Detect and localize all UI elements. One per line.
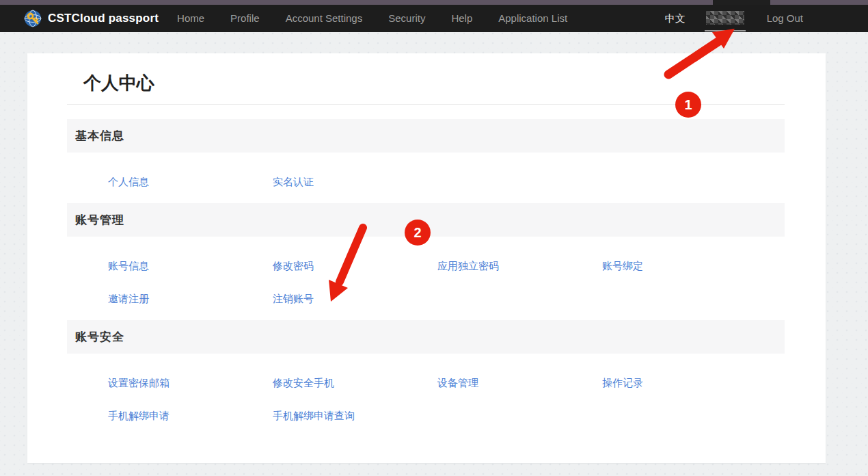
nav-item-profile[interactable]: Profile xyxy=(217,5,273,32)
link-change-password[interactable]: 修改密码 xyxy=(273,259,437,273)
username-blurred[interactable] xyxy=(706,11,744,25)
link-app-independent-password[interactable]: 应用独立密码 xyxy=(437,259,602,273)
nav-item-application-list[interactable]: Application List xyxy=(485,5,580,32)
cstcloud-logo-icon xyxy=(24,10,42,27)
link-account-binding[interactable]: 账号绑定 xyxy=(602,259,767,273)
link-personal-info[interactable]: 个人信息 xyxy=(108,175,273,189)
nav-item-account-settings[interactable]: Account Settings xyxy=(273,5,376,32)
top-navbar: CSTCloud passport Home Profile Account S… xyxy=(0,5,868,32)
page-title: 个人中心 xyxy=(83,71,785,94)
link-invite-register[interactable]: 邀请注册 xyxy=(108,292,273,306)
brand-title: CSTCloud passport xyxy=(48,12,159,25)
logout-button[interactable]: Log Out xyxy=(754,5,816,32)
link-change-security-phone[interactable]: 修改安全手机 xyxy=(273,376,437,390)
links-row: 账号信息 修改密码 应用独立密码 账号绑定 xyxy=(67,259,785,273)
user-menu-underline xyxy=(705,30,746,31)
link-delete-account[interactable]: 注销账号 xyxy=(273,292,437,306)
links-row: 设置密保邮箱 修改安全手机 设备管理 操作记录 xyxy=(67,376,785,390)
link-realname-auth[interactable]: 实名认证 xyxy=(273,175,437,189)
link-operation-log[interactable]: 操作记录 xyxy=(602,376,767,390)
nav-menu: Home Profile Account Settings Security H… xyxy=(164,5,580,32)
link-device-management[interactable]: 设备管理 xyxy=(437,376,602,390)
user-menu[interactable] xyxy=(706,11,744,26)
section-header-account-security: 账号安全 xyxy=(67,320,785,354)
link-set-recovery-email[interactable]: 设置密保邮箱 xyxy=(108,376,273,390)
links-row: 邀请注册 注销账号 xyxy=(67,292,785,306)
title-divider xyxy=(67,104,785,105)
nav-item-security[interactable]: Security xyxy=(375,5,438,32)
language-switch[interactable]: 中文 xyxy=(654,5,696,32)
section-header-account-management: 账号管理 xyxy=(67,203,785,237)
nav-item-home[interactable]: Home xyxy=(164,5,217,32)
nav-item-help[interactable]: Help xyxy=(438,5,485,32)
section-header-basic-info: 基本信息 xyxy=(67,119,785,153)
brand[interactable]: CSTCloud passport xyxy=(24,10,159,27)
links-row: 个人信息 实名认证 xyxy=(67,175,785,189)
personal-center-card: 个人中心 基本信息 个人信息 实名认证 账号管理 账号信息 修改密码 应用独立密… xyxy=(27,53,826,463)
links-row: 手机解绑申请 手机解绑申请查询 xyxy=(67,409,785,423)
link-account-info[interactable]: 账号信息 xyxy=(108,259,273,273)
link-phone-unbind-request-query[interactable]: 手机解绑申请查询 xyxy=(273,409,437,423)
nav-right-group: 中文 Log Out xyxy=(654,5,816,32)
strip-notch xyxy=(713,0,770,5)
link-phone-unbind-request[interactable]: 手机解绑申请 xyxy=(108,409,273,423)
